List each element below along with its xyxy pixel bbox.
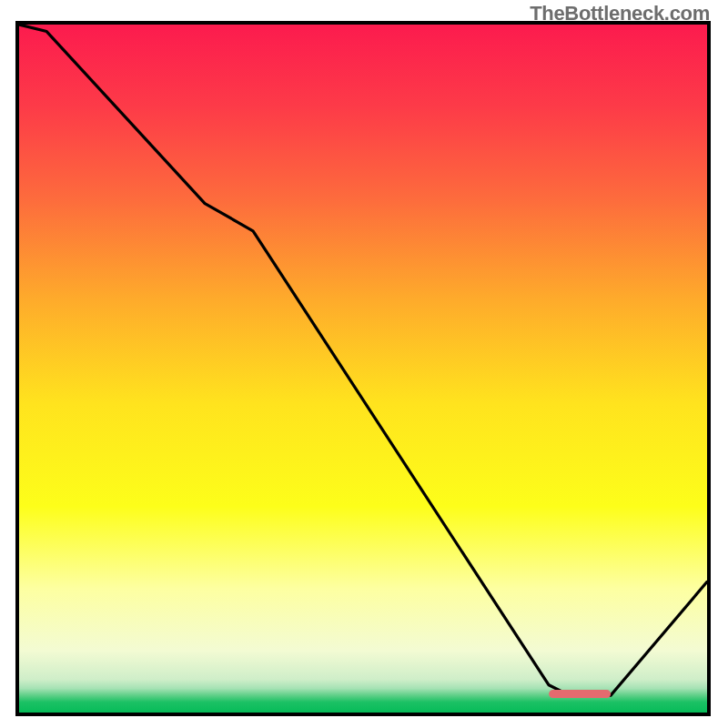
bottleneck-curve — [19, 25, 707, 695]
chart-frame — [15, 21, 711, 716]
chart-plot-area — [19, 25, 707, 713]
optimum-marker — [549, 690, 611, 698]
chart-line-series — [19, 25, 707, 713]
